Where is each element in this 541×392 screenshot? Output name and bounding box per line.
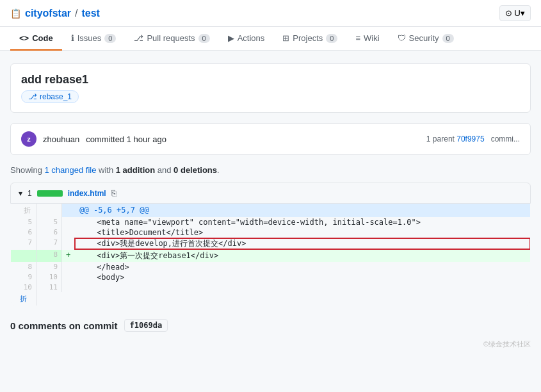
tab-projects[interactable]: ⊞ Projects 0: [273, 27, 346, 51]
commit-label: commi...: [491, 135, 520, 143]
code-5: <meta name="viewport" content="width=dev…: [74, 217, 530, 227]
diff-line-6: 9 10 <body>: [11, 272, 531, 282]
repo-separator: /: [75, 8, 77, 19]
tab-code[interactable]: <> Code: [10, 27, 62, 51]
new-line-11: 11: [36, 282, 62, 292]
diff-line-3: 7 7 <div>我是develop,进行首次提交</div>: [11, 238, 531, 250]
issues-tab-icon: ℹ: [71, 33, 74, 43]
comments-count-label: 0 comments on commit: [10, 320, 118, 331]
parent-hash-link[interactable]: 70f9975: [456, 135, 484, 143]
sign-11: [62, 282, 75, 292]
user-button[interactable]: ⊙ U▾: [499, 5, 531, 21]
sign-7: [62, 238, 75, 250]
old-line-10: 9: [11, 272, 36, 282]
comments-header: 0 comments on commit f1069da: [10, 319, 531, 332]
sign-10: [62, 272, 75, 282]
code-11: [74, 282, 530, 292]
changed-files-link[interactable]: 1 changed file: [44, 165, 96, 175]
hunk-old-num: 折: [11, 204, 36, 217]
old-line-9: 8: [11, 262, 36, 272]
author-avatar: z: [21, 131, 36, 147]
projects-tab-badge: 0: [326, 34, 337, 43]
code-10: <body>: [74, 272, 530, 282]
new-line-6: 6: [36, 227, 62, 238]
diff-table: 折 @@ -5,6 +5,7 @@ 5 5 <meta name="viewpo…: [10, 204, 531, 306]
sign-6: [62, 227, 75, 238]
branch-name: rebase_1: [40, 92, 72, 101]
code-tab-icon: <>: [19, 33, 29, 43]
sign-5: [62, 217, 75, 227]
footer-note: ©绿金技术社区: [10, 339, 531, 349]
pr-tab-badge: 0: [198, 34, 210, 43]
code-7: <div>我是develop,进行首次提交</div>: [74, 238, 530, 250]
repo-name[interactable]: test: [81, 8, 99, 19]
diff-line-2: 6 6 <title>Document</title>: [11, 227, 531, 238]
projects-tab-icon: ⊞: [282, 33, 289, 43]
commit-hash-badge: f1069da: [124, 319, 168, 332]
expand-row[interactable]: 折: [11, 292, 531, 306]
branch-badge[interactable]: ⎇ rebase_1: [21, 90, 79, 103]
repo-owner[interactable]: cityofstar: [25, 8, 71, 19]
actions-tab-label: Actions: [238, 33, 265, 43]
nav-tabs: <> Code ℹ Issues 0 ⎇ Pull requests 0 ▶ A…: [0, 27, 541, 51]
commit-meta-left: z zhouhuan committed 1 hour ago: [21, 131, 166, 147]
old-line-7: 7: [11, 238, 36, 250]
issues-tab-label: Issues: [77, 33, 102, 43]
sign-8: +: [62, 250, 75, 262]
security-tab-icon: 🛡: [398, 33, 406, 43]
new-line-5: 5: [36, 217, 62, 227]
projects-tab-label: Projects: [293, 33, 323, 43]
committed-time: committed 1 hour ago: [86, 135, 166, 144]
showing-text: Showing 1 changed file with 1 addition a…: [10, 165, 531, 175]
commit-title-card: add rebase1 ⎇ rebase_1: [10, 63, 531, 113]
commit-meta: z zhouhuan committed 1 hour ago 1 parent…: [10, 123, 531, 155]
code-6: <title>Document</title>: [74, 227, 530, 238]
showing-and: and: [155, 165, 174, 175]
comments-section: 0 comments on commit f1069da: [10, 319, 531, 332]
tab-wiki[interactable]: ≡ Wiki: [346, 27, 388, 51]
old-line-5: 5: [11, 217, 36, 227]
diff-line-1: 5 5 <meta name="viewport" content="width…: [11, 217, 531, 227]
hunk-sign: [62, 204, 75, 217]
hunk-new-num: [36, 204, 62, 217]
hunk-text: @@ -5,6 +5,7 @@: [74, 204, 530, 217]
new-line-7: 7: [36, 238, 62, 250]
showing-prefix: Showing: [10, 165, 44, 175]
tab-security[interactable]: 🛡 Security 0: [389, 27, 463, 51]
showing-end: .: [217, 165, 220, 175]
copy-path-icon[interactable]: ⎘: [111, 188, 117, 198]
code-tab-label: Code: [32, 33, 53, 43]
tab-pullrequests[interactable]: ⎇ Pull requests 0: [125, 27, 218, 51]
repo-title: 📋 cityofstar / test: [10, 8, 100, 19]
diff-line-5: 8 9 </head>: [11, 262, 531, 272]
old-line-8: [11, 250, 36, 262]
showing-middle: with: [96, 165, 115, 175]
diff-stat-bar: [37, 190, 63, 197]
old-line-6: 6: [11, 227, 36, 238]
expand-old-num: 折: [11, 292, 36, 306]
main-content: add rebase1 ⎇ rebase_1 z zhouhuan commit…: [0, 51, 541, 362]
repo-icon: 📋: [10, 8, 21, 19]
old-line-11: 10: [11, 282, 36, 292]
diff-line-7: 10 11: [11, 282, 531, 292]
sign-9: [62, 262, 75, 272]
deletions-text: 0 deletions: [174, 165, 217, 175]
code-9: </head>: [74, 262, 530, 272]
file-name[interactable]: index.html: [68, 189, 106, 198]
security-tab-badge: 0: [442, 34, 454, 43]
wiki-tab-label: Wiki: [364, 33, 380, 43]
tab-actions[interactable]: ▶ Actions: [219, 27, 274, 51]
top-bar: 📋 cityofstar / test ⊙ U▾: [0, 0, 541, 27]
expand-text[interactable]: [36, 292, 531, 306]
commit-meta-right: 1 parent 70f9975 commi...: [426, 135, 520, 143]
tab-issues[interactable]: ℹ Issues 0: [62, 27, 125, 51]
pr-tab-icon: ⎇: [134, 33, 143, 43]
security-tab-label: Security: [409, 33, 439, 43]
actions-tab-icon: ▶: [228, 33, 234, 43]
diff-stat-number: 1: [28, 189, 32, 198]
collapse-icon[interactable]: ▾: [19, 189, 22, 198]
author-name[interactable]: zhouhuan: [43, 135, 79, 144]
diff-hunk-header: 折 @@ -5,6 +5,7 @@: [11, 204, 531, 217]
additions-text: 1 addition: [116, 165, 155, 175]
diff-line-4: 8 + <div>第一次提交rebase1</div>: [11, 250, 531, 262]
